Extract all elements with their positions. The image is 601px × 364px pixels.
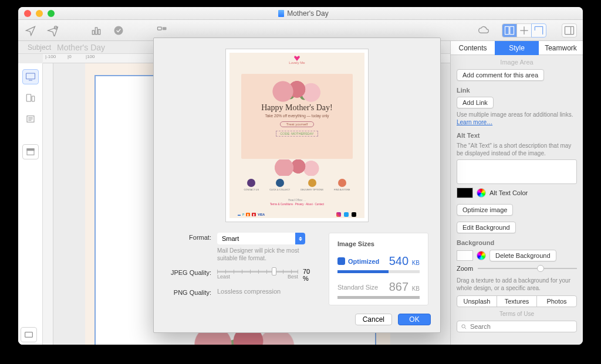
preview-flowers-top <box>262 81 332 102</box>
alt-text-color-swatch[interactable] <box>457 188 473 198</box>
view-outline-icon[interactable] <box>531 23 546 38</box>
cloud-icon[interactable] <box>477 24 490 37</box>
terms-of-use-link[interactable]: Terms of Use <box>457 311 577 317</box>
inspector-tabs[interactable]: Contents Style Teamwork <box>451 41 583 55</box>
svg-rect-5 <box>158 27 162 30</box>
texture-search[interactable] <box>457 321 577 332</box>
inspector-panel: Contents Style Teamwork Image Area Add c… <box>450 41 583 345</box>
texture-search-input[interactable] <box>470 323 573 330</box>
link-hint: Use multiple image areas for additional … <box>457 111 573 118</box>
tab-teamwork[interactable]: Teamwork <box>539 41 583 55</box>
svg-rect-13 <box>32 96 35 101</box>
format-select[interactable]: Smart <box>217 233 305 244</box>
seg-photos[interactable]: Photos <box>536 295 577 307</box>
view-grid-icon[interactable] <box>516 23 532 38</box>
edit-background-button[interactable]: Edit Background <box>457 222 516 233</box>
jpeg-quality-label: JPEG Quality: <box>166 268 211 276</box>
stats-icon[interactable] <box>90 24 103 37</box>
export-dialog: Lovely Me Happy Mother's Day! Take 20% o… <box>153 38 441 333</box>
dropdown-arrow-icon <box>295 233 305 244</box>
preview-footer-text: Head Office: ... Terms & Conditions · Pr… <box>226 199 368 206</box>
window-title-text: Mother's Day <box>287 9 328 18</box>
color-picker-icon[interactable] <box>477 188 486 198</box>
titlebar: Mother's Day <box>18 7 583 20</box>
texture-source-segmented[interactable]: Unsplash Textures Photos <box>457 295 577 307</box>
preview-cta: Treat yourself <box>280 121 314 127</box>
add-comment-button[interactable]: Add comment for this area <box>457 69 544 81</box>
add-block-button[interactable] <box>21 327 37 342</box>
png-quality-label: PNG Quality: <box>166 288 211 296</box>
view-mode-segmented[interactable] <box>502 23 546 38</box>
jpeg-quality-slider[interactable] <box>217 271 298 273</box>
svg-point-21 <box>462 324 465 328</box>
svg-rect-8 <box>510 26 514 34</box>
minimize-window-button[interactable] <box>36 10 43 17</box>
svg-line-22 <box>465 327 466 328</box>
send-test-icon[interactable] <box>24 24 37 37</box>
seg-unsplash[interactable]: Unsplash <box>457 295 497 307</box>
device-desktop[interactable] <box>22 69 39 84</box>
image-sizes-title: Image Sizes <box>337 240 420 247</box>
svg-rect-19 <box>27 149 34 151</box>
svg-rect-12 <box>26 94 31 101</box>
alt-text-input[interactable] <box>457 159 577 184</box>
optimized-size-label: Optimized <box>337 257 379 265</box>
tab-contents[interactable]: Contents <box>451 41 495 55</box>
view-split-icon[interactable] <box>502 23 517 38</box>
svg-rect-1 <box>92 30 94 35</box>
zoom-label: Zoom <box>457 265 473 272</box>
ruler-vertical <box>43 63 53 345</box>
svg-rect-20 <box>25 332 33 337</box>
zoom-slider[interactable] <box>478 268 577 269</box>
ok-button[interactable]: OK <box>398 314 431 325</box>
jpeg-quality-value: 70 % <box>303 268 317 282</box>
format-label: Format: <box>166 233 211 241</box>
preview-social-icons <box>336 212 356 217</box>
optimized-icon <box>337 257 345 265</box>
inspector-toggle-icon[interactable] <box>562 23 577 38</box>
optimized-bar <box>337 270 420 273</box>
alt-text-label: Alt Text <box>457 132 577 139</box>
svg-rect-9 <box>565 26 574 34</box>
svg-rect-7 <box>505 26 509 34</box>
format-hint: Mail Designer will pick the most suitabl… <box>217 247 317 262</box>
device-source[interactable] <box>22 144 39 159</box>
format-value: Smart <box>222 235 239 242</box>
export-preview: Lovely Me Happy Mother's Day! Take 20% o… <box>225 49 369 222</box>
seg-textures[interactable]: Textures <box>497 295 537 307</box>
check-icon[interactable] <box>112 24 125 37</box>
svg-point-4 <box>114 26 123 35</box>
app-window: Mother's Day Subject Mother's Day <box>18 7 583 345</box>
add-link-button[interactable]: Add Link <box>457 97 494 108</box>
svg-rect-6 <box>163 27 167 30</box>
background-color-picker-icon[interactable] <box>477 251 486 260</box>
alt-text-hint: The "Alt Text" is a short description th… <box>457 142 577 157</box>
subject-label: Subject <box>28 43 51 52</box>
preview-headline: Happy Mother's Day! <box>261 103 333 113</box>
tab-style[interactable]: Style <box>495 41 539 55</box>
layout-blocks-icon[interactable] <box>156 24 168 37</box>
standard-size-value: 867 KB <box>389 280 420 294</box>
device-text-only[interactable] <box>22 111 39 127</box>
preview-icon[interactable] <box>46 24 59 37</box>
subject-value[interactable]: Mother's Day <box>57 43 105 52</box>
png-quality-value: Lossless compression <box>217 288 317 295</box>
preview-logo: Lovely Me <box>285 55 309 69</box>
window-title: Mother's Day <box>59 9 548 18</box>
standard-bar <box>337 296 420 299</box>
alt-text-color-label: Alt Text Color <box>489 189 528 196</box>
learn-more-link[interactable]: Learn more… <box>457 119 492 125</box>
cancel-button[interactable]: Cancel <box>355 314 392 325</box>
preview-feature-icons: CONTACT US CLICK & COLLECT DELIVERY OPTI… <box>226 179 368 191</box>
background-color-swatch[interactable] <box>457 250 473 261</box>
image-area-heading: Image Area <box>457 59 577 66</box>
optimize-image-button[interactable]: Optimize image <box>457 204 513 216</box>
preview-flowers-bottom <box>265 159 329 176</box>
preview-subline: Take 20% off everything — today only <box>265 114 329 118</box>
link-section-label: Link <box>457 87 577 94</box>
device-tablet-phone[interactable] <box>22 90 39 106</box>
jpeg-least-label: Least <box>217 274 230 280</box>
zoom-window-button[interactable] <box>48 10 55 17</box>
close-window-button[interactable] <box>24 10 31 17</box>
delete-background-button[interactable]: Delete Background <box>489 250 556 261</box>
